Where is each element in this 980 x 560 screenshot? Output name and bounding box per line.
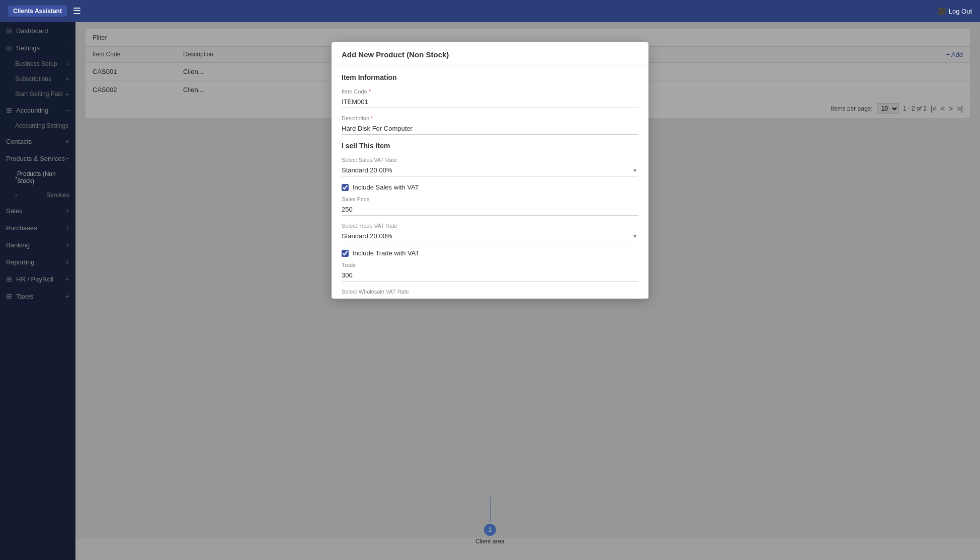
sell-section: I sell This Item Select Sales VAT Rate S… [342,142,638,299]
brand-badge: Clients Assistant [8,6,67,17]
hamburger-icon[interactable]: ☰ [73,6,81,17]
trade-group: Trade [342,262,638,282]
description-group: Description * [342,115,638,135]
include-trade-vat-checkbox[interactable] [342,250,349,257]
wholesale-vat-rate-label: Select Wholesale VAT Rate [342,289,638,295]
sales-price-label: Sales Price [342,196,638,202]
add-product-modal: Add New Product (Non Stock) Item Informa… [332,42,648,299]
sales-price-group: Sales Price [342,196,638,216]
description-required: * [371,115,373,121]
trade-vat-rate-label: Select Trade VAT Rate [342,223,638,229]
item-code-required: * [369,88,371,95]
modal-header: Add New Product (Non Stock) [332,42,648,65]
top-nav-left: Clients Assistant ☰ [8,6,81,17]
description-input[interactable] [342,123,638,135]
modal-scroll[interactable]: Item Information Item Code * Description… [332,65,648,299]
wholesale-vat-rate-wrapper: Standard 20.00% Zero 0.00% ▾ [342,296,638,299]
item-info-title: Item Information [342,73,638,81]
logout-icon: ⬛ [938,8,946,15]
sell-title: I sell This Item [342,142,638,150]
logout-button[interactable]: ⬛ Log Out [938,8,972,15]
top-nav: Clients Assistant ☰ ⬛ Log Out [0,0,980,22]
include-sales-vat-label: Include Sales with VAT [353,183,419,191]
trade-vat-rate-select[interactable]: Standard 20.00% Zero 0.00% [342,230,638,242]
wholesale-vat-rate-group: Select Wholesale VAT Rate Standard 20.00… [342,289,638,299]
trade-input[interactable] [342,269,638,282]
item-code-input[interactable] [342,96,638,108]
sales-vat-rate-wrapper: Standard 20.00% Zero 0.00% ▾ [342,164,638,176]
sales-vat-rate-label: Select Sales VAT Rate [342,157,638,163]
trade-label: Trade [342,262,638,268]
modal-title: Add New Product (Non Stock) [342,50,449,59]
wholesale-vat-rate-select[interactable]: Standard 20.00% Zero 0.00% [342,296,638,299]
item-code-label: Item Code * [342,88,638,95]
trade-vat-rate-group: Select Trade VAT Rate Standard 20.00% Ze… [342,223,638,242]
description-label: Description * [342,115,638,121]
sales-vat-rate-group: Select Sales VAT Rate Standard 20.00% Ze… [342,157,638,176]
include-trade-vat-label: Include Trade with VAT [353,249,419,257]
sales-vat-rate-select[interactable]: Standard 20.00% Zero 0.00% [342,164,638,176]
sales-price-input[interactable] [342,204,638,216]
include-sales-vat-row: Include Sales with VAT [342,183,638,191]
trade-vat-rate-wrapper: Standard 20.00% Zero 0.00% ▾ [342,230,638,242]
modal-overlay: Add New Product (Non Stock) Item Informa… [0,22,980,538]
item-code-group: Item Code * [342,88,638,108]
include-sales-vat-checkbox[interactable] [342,184,349,191]
include-trade-vat-row: Include Trade with VAT [342,249,638,257]
